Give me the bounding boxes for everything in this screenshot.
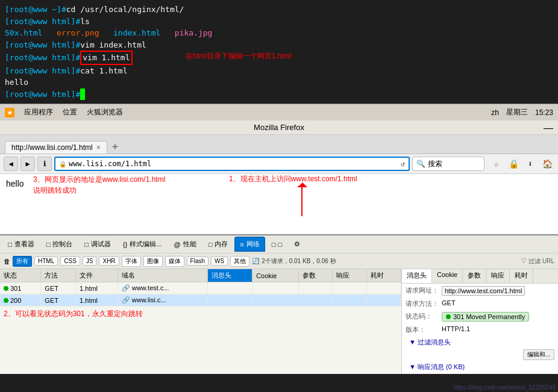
edit-button[interactable]: 编辑和... xyxy=(523,349,554,360)
response-section-btn[interactable]: ▼ 响应消息 (0 KB) xyxy=(406,362,554,372)
tab-performance[interactable]: @ 性能 xyxy=(169,237,202,252)
info-panel-tabs: 消息头 Cookie 参数 响应 耗时 xyxy=(402,269,558,284)
file-error: error.png xyxy=(57,27,99,39)
filter-media[interactable]: 媒体 xyxy=(165,256,184,267)
browser-nav: ◀ ▶ ℹ 🔒 www.lisi.com/1.html ↺ 🔍 搜索 ☆ 🔒 ⬇… xyxy=(0,154,558,174)
info-panel: 消息头 Cookie 参数 响应 耗时 请求网址： http://www.tes… xyxy=(401,269,558,374)
storage-icon: □ xyxy=(272,241,276,248)
version-label: 版本： xyxy=(406,325,442,334)
term-cmd-5: vim 1.html xyxy=(80,51,132,65)
file-50x: 50x.html xyxy=(5,27,43,39)
reload-icon-dt: 🔄 xyxy=(252,258,259,264)
tab-style-editor[interactable]: {} 样式编辑... xyxy=(118,237,168,252)
browser-close-button[interactable]: — xyxy=(544,123,553,134)
reload-icon[interactable]: ↺ xyxy=(401,160,405,168)
filter-other[interactable]: 其他 xyxy=(230,256,249,267)
table-row-301[interactable]: 301 GET 1.html 🔗 www.test.c... xyxy=(0,282,401,294)
ip-tab-response[interactable]: 响应 xyxy=(486,269,510,283)
term-cmd-2: ls xyxy=(80,16,90,28)
inspector-icon: □ xyxy=(8,241,12,248)
filter-ws[interactable]: WS xyxy=(211,257,228,266)
tab-memory[interactable]: □ 内存 xyxy=(203,237,234,252)
memory-icon: □ xyxy=(208,241,213,248)
search-bar[interactable]: 🔍 搜索 xyxy=(412,157,484,171)
browser-title: Mozilla Firefox xyxy=(254,123,304,132)
cell-params-301 xyxy=(298,282,333,294)
tab-close-button[interactable]: × xyxy=(96,143,101,152)
ip-tab-timing[interactable]: 耗时 xyxy=(510,269,533,283)
term-line-6: [root@www html]# cat 1.html xyxy=(5,65,553,77)
term-line-5: [root@www html]# vim 1.html 在html目录下编辑一个… xyxy=(5,51,553,65)
cell-domain-301: 🔗 www.test.c... xyxy=(118,282,207,294)
browser-tab-active[interactable]: http://www.lisi.com/1.html × xyxy=(5,141,107,154)
col-status: 状态 xyxy=(0,269,41,282)
term-files: 50x.html error.png index.html pika.jpg xyxy=(5,27,553,39)
filter-fonts[interactable]: 字体 xyxy=(122,256,141,267)
info-rows: 请求网址： http://www.test.com/1.html 请求方法： G… xyxy=(402,284,558,374)
url-bar[interactable]: 🔒 www.lisi.com/1.html ↺ xyxy=(54,157,410,171)
term-prompt-last: [root@www html]# xyxy=(5,89,80,101)
cell-file-301: 1.html xyxy=(76,282,118,294)
home-icon[interactable]: 🏠 xyxy=(540,157,554,171)
filter-images[interactable]: 图像 xyxy=(143,256,163,267)
devtools-tabs: □ 查看器 □ 控制台 □ 调试器 {} 样式编辑... @ 性能 □ 内存 ≡… xyxy=(0,235,558,254)
filter-js[interactable]: JS xyxy=(83,257,97,266)
cell-msghead-200 xyxy=(207,294,252,306)
term-output: hello xyxy=(5,76,553,89)
filter-headers-btn[interactable]: ▼ 过滤消息头 xyxy=(406,338,554,347)
filter-flash[interactable]: Flash xyxy=(187,257,208,266)
tab-settings[interactable]: ⚙ xyxy=(289,237,306,251)
forward-button[interactable]: ▶ xyxy=(20,157,35,171)
table-header-row: 状态 方法 文件 域名 消息头 Cookie 参数 响应 耗时 xyxy=(0,269,401,282)
file-index: index.html xyxy=(113,27,160,39)
lock-nav-icon[interactable]: 🔒 xyxy=(506,157,521,171)
browser-content: hello 3、网页显示的地址是www.lisi.com/1.html 说明跳转… xyxy=(0,174,558,234)
ip-tab-msghead[interactable]: 消息头 xyxy=(402,269,432,283)
cell-file-200: 1.html xyxy=(76,294,118,306)
cell-method-200: GET xyxy=(41,294,76,306)
tab-debugger[interactable]: □ 调试器 xyxy=(79,237,116,252)
back-button[interactable]: ◀ xyxy=(4,157,18,171)
table-row-200[interactable]: 200 GET 1.html 🔗 www.lisi.c... xyxy=(0,294,401,306)
taskbar-lang: zh xyxy=(491,108,499,117)
info-button[interactable]: ℹ xyxy=(37,157,52,171)
info-row-status: 状态码： 301 Moved Permanently xyxy=(406,312,554,322)
col-response: 响应 xyxy=(333,269,367,282)
devtools-filter-toolbar: 🗑 所有 HTML CSS JS XHR 字体 图像 媒体 Flash WS 其… xyxy=(0,254,558,269)
ip-tab-params[interactable]: 参数 xyxy=(463,269,486,283)
tab-inspector[interactable]: □ 查看器 xyxy=(2,237,40,252)
filter-css[interactable]: CSS xyxy=(60,257,80,266)
download-icon[interactable]: ⬇ xyxy=(523,157,538,171)
tab-console[interactable]: □ 控制台 xyxy=(41,237,78,252)
ip-tab-cookie[interactable]: Cookie xyxy=(432,269,463,283)
cell-domain-200: 🔗 www.lisi.c... xyxy=(118,294,207,306)
trash-icon[interactable]: 🗑 xyxy=(4,258,10,265)
info-row-method: 请求方法： GET xyxy=(406,299,554,308)
tab-storage[interactable]: □ □ xyxy=(266,238,287,251)
url-label: 请求网址： xyxy=(406,286,442,295)
devtools: □ 查看器 □ 控制台 □ 调试器 {} 样式编辑... @ 性能 □ 内存 ≡… xyxy=(0,234,558,374)
col-method: 方法 xyxy=(41,269,76,282)
filter-xhr[interactable]: XHR xyxy=(99,257,119,266)
term-cmd-6: cat 1.html xyxy=(80,65,127,77)
cell-method-301: GET xyxy=(41,282,76,294)
search-placeholder: 搜索 xyxy=(428,159,442,169)
taskbar-firefox[interactable]: 火狐浏览器 xyxy=(87,107,123,117)
method-value: GET xyxy=(442,299,456,306)
bookmark-icon[interactable]: ☆ xyxy=(489,157,504,171)
filter-html[interactable]: HTML xyxy=(34,257,58,266)
file-pika: pika.jpg xyxy=(175,27,213,39)
taskbar-apps[interactable]: 应用程序 xyxy=(24,107,53,117)
taskbar-location[interactable]: 位置 xyxy=(63,107,77,117)
col-domain: 域名 xyxy=(118,269,207,282)
gear-icon: ⚙ xyxy=(294,240,300,248)
tab-network[interactable]: ≡ 网络 xyxy=(234,237,265,252)
term-prompt-6: [root@www html]# xyxy=(5,65,80,77)
new-tab-button[interactable]: + xyxy=(107,141,124,154)
annotation-access-test: 1、现在主机上访问www.test.com/1.html xyxy=(229,174,357,184)
debugger-icon: □ xyxy=(84,241,89,248)
method-label: 请求方法： xyxy=(406,299,442,308)
filter-all[interactable]: 所有 xyxy=(13,256,32,267)
network-icon: ≡ xyxy=(240,241,243,248)
col-timing: 耗时 xyxy=(367,269,401,282)
